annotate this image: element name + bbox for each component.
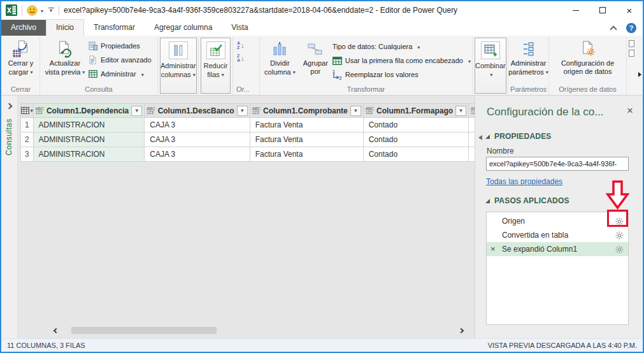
tab-inicio[interactable]: Inicio	[46, 19, 84, 36]
administrar-parametros-button[interactable]: Administrar parámetros	[510, 37, 547, 85]
datatype-any-icon: ABC123	[366, 107, 374, 115]
all-properties-link[interactable]: Todas las propiedades	[486, 177, 562, 186]
step-se-expandio-column1[interactable]: × Se expandió Column1	[487, 242, 628, 256]
properties-section-header[interactable]: PROPIEDADES	[485, 132, 552, 141]
query-name-input[interactable]	[486, 157, 629, 171]
grid-cell[interactable]: CAJA 3	[145, 118, 250, 133]
scroll-left-button[interactable]	[50, 326, 60, 335]
section-expander-icon	[485, 199, 490, 203]
filter-button[interactable]	[350, 106, 361, 116]
maximize-button[interactable]	[589, 1, 616, 19]
grid-cell[interactable]: ADMINISTRACION	[33, 147, 145, 162]
tab-transformar[interactable]: Transformar	[84, 20, 145, 36]
row-number[interactable]: 2	[21, 133, 34, 147]
chevron-up-icon	[610, 25, 617, 32]
grid-cell[interactable]	[469, 133, 475, 147]
propiedades-button[interactable]: Propiedades	[89, 40, 152, 52]
separator	[22, 6, 22, 15]
tipo-de-datos-button[interactable]: Tipo de datos: Cualquiera	[333, 40, 471, 53]
filter-button[interactable]	[131, 106, 142, 116]
table-row: 2 ADMINISTRACION CAJA 3 Factura Venta Co…	[21, 133, 475, 147]
sort-descending-button[interactable]: ZA ↓	[237, 54, 245, 62]
scroll-right-button[interactable]	[457, 326, 467, 335]
grid-cell[interactable]: ADMINISTRACION	[33, 133, 145, 147]
feedback-smiley-button[interactable]	[27, 5, 43, 16]
scroll-ribbon-right-icon	[638, 72, 641, 77]
customize-quick-access-toolbar-button[interactable]: ▾	[48, 8, 54, 13]
administrar-columnas-button[interactable]: Administrar columnas	[160, 38, 197, 94]
column-header[interactable]: ABC123 Column1.Formapago	[363, 104, 468, 118]
window-title: excel?apikey=500b7e4e-9ca3-4a4f-936f-359…	[64, 6, 457, 15]
group-label-consulta: Consulta	[41, 85, 156, 94]
configuracion-origen-datos-button[interactable]: Configuración de origen de datos	[550, 37, 625, 85]
editor-avanzado-button[interactable]: Editor avanzado	[89, 54, 152, 66]
filter-button[interactable]	[455, 106, 466, 116]
cerrar-y-cargar-button[interactable]: Cerrar y cargar	[3, 37, 38, 85]
grid-cell[interactable]: Contado	[363, 133, 468, 147]
annotation-arrow	[606, 180, 629, 210]
filter-button[interactable]	[237, 106, 248, 116]
tab-agregar-columna[interactable]: Agregar columna	[145, 20, 222, 36]
manage-icon	[89, 70, 97, 78]
column-header[interactable]: ABC123 Column1.Dependencia	[33, 104, 145, 118]
data-preview-area: ▾ ABC123 Column1.Dependencia ABC123 Colu…	[18, 96, 475, 338]
group-reducir-filas: Reducir filas	[199, 36, 233, 95]
tab-vista[interactable]: Vista	[222, 20, 257, 36]
grid-cell[interactable]: Factura Venta	[250, 147, 363, 162]
scrollbar-track[interactable]	[60, 326, 457, 335]
maximize-icon	[599, 7, 606, 13]
administrar-button[interactable]: Administrar	[89, 68, 152, 80]
step-settings-gear-icon[interactable]	[615, 245, 624, 254]
actualizar-vista-previa-button[interactable]: Actualizar vista previa	[41, 37, 89, 85]
close-button[interactable]: ×	[616, 1, 643, 19]
step-settings-gear-icon[interactable]	[615, 217, 624, 226]
group-cerrar: Cerrar y cargar Cerrar	[2, 36, 40, 95]
horizontal-scrollbar[interactable]	[50, 326, 467, 335]
collapse-ribbon-button[interactable]	[611, 24, 616, 32]
grid-cell[interactable]: CAJA 3	[145, 147, 250, 162]
minimize-button[interactable]	[562, 1, 589, 19]
grid-cell[interactable]: ADMINISTRACION	[33, 118, 145, 133]
separator	[59, 6, 59, 15]
ribbon-overflow[interactable]	[627, 36, 643, 95]
combinar-button[interactable]: Combinar	[475, 38, 506, 94]
table-row: 1 ADMINISTRACION CAJA 3 Factura Venta Co…	[21, 118, 475, 133]
reemplazar-valores-button[interactable]: 1 2 Reemplazar los valores	[333, 68, 471, 81]
dropdown-caret-icon: ▾	[31, 108, 33, 113]
column-header[interactable]: ABC123 Column1.Comprobante	[250, 104, 363, 118]
sort-down-arrow-icon: ↓	[241, 41, 245, 50]
grid-cell[interactable]: Contado	[363, 147, 468, 162]
queries-pane-label[interactable]: Consultas	[4, 119, 13, 155]
panel-collapse-handle[interactable]	[478, 135, 482, 140]
applied-steps-section-header[interactable]: PASOS APLICADOS	[485, 196, 569, 205]
row-number[interactable]: 3	[21, 147, 34, 162]
dropdown-caret-icon	[29, 68, 33, 76]
panel-close-button[interactable]: ×	[627, 105, 633, 116]
grid-cell[interactable]: Factura Venta	[250, 133, 363, 147]
grid-cell[interactable]	[469, 147, 475, 162]
grid-cell[interactable]: CAJA 3	[145, 133, 250, 147]
dropdown-caret-icon	[220, 70, 224, 79]
help-button[interactable]: ?	[626, 23, 636, 33]
row-number[interactable]: 1	[21, 118, 34, 133]
scrollbar-thumb[interactable]	[71, 327, 217, 334]
grid-cell[interactable]: Factura Venta	[250, 118, 363, 133]
usar-primera-fila-button[interactable]: Usar la primera fila como encabezado	[333, 54, 471, 67]
delete-step-icon[interactable]: ×	[490, 244, 496, 254]
step-settings-gear-icon[interactable]	[615, 231, 624, 240]
table-menu-button[interactable]: ▾	[21, 104, 34, 118]
grid-cell[interactable]	[469, 118, 475, 133]
expand-queries-button[interactable]	[1, 104, 17, 108]
column-header-partial[interactable]: ABC123	[469, 104, 475, 118]
group-origenes-de-datos: Configuración de origen de datos Orígene…	[549, 36, 627, 95]
grid-cell[interactable]: Contado	[363, 118, 468, 133]
tab-archivo[interactable]: Archivo	[1, 20, 46, 36]
step-origen[interactable]: Origen	[487, 214, 628, 228]
agrupar-por-button[interactable]: Agrupar por	[299, 37, 333, 85]
dropdown-caret-icon	[140, 70, 144, 78]
step-convertida-en-tabla[interactable]: Convertida en tabla	[487, 228, 628, 242]
reducir-filas-button[interactable]: Reducir filas	[201, 38, 231, 94]
sort-ascending-button[interactable]: AZ ↓	[237, 41, 245, 50]
column-header[interactable]: ABC123 Column1.DescBanco	[145, 104, 250, 118]
dividir-columna-button[interactable]: Dividir columna	[261, 37, 299, 85]
